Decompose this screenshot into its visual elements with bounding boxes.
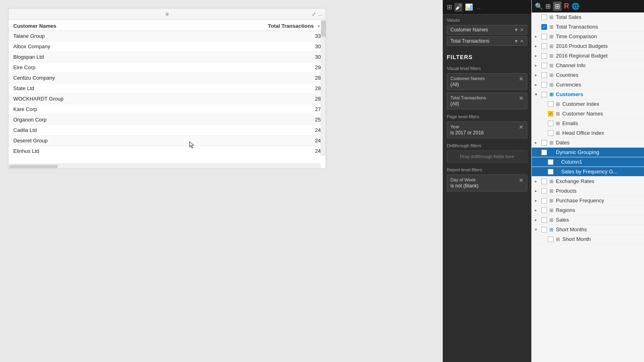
field-group-item[interactable]: ▸⊞Sales (532, 215, 644, 225)
checkbox[interactable] (541, 198, 547, 204)
vertical-scrollbar[interactable] (321, 20, 326, 156)
table-row[interactable]: Talane Group 33 (8, 31, 326, 41)
table-row[interactable]: Eire Corp 29 (8, 62, 326, 73)
customer-names-pill[interactable]: Customer Names ▼ ✕ (447, 25, 527, 35)
field-group-item[interactable]: ▸⊞2016 Product Budgets (532, 41, 644, 51)
customer-names-filter[interactable]: ✕ Customer Names (All) (447, 73, 527, 90)
field-group-item[interactable]: ▾⊞Short Months (532, 225, 644, 234)
checkbox[interactable] (541, 53, 547, 59)
panel-toolbar: ⊞ 🖌 📊 ... (443, 0, 531, 14)
checkbox[interactable] (541, 179, 547, 184)
total-transactions-filter-close[interactable]: ✕ (519, 95, 524, 101)
table-row[interactable]: State Ltd 28 (8, 83, 326, 94)
checkbox[interactable] (541, 140, 547, 146)
field-group-item[interactable]: ▸⊞Channel Info (532, 61, 644, 70)
checkbox[interactable] (548, 130, 553, 136)
field-group-item[interactable]: ▸⊞Products (532, 186, 644, 196)
checkbox[interactable] (548, 101, 553, 107)
page-filters-label: Page level filters (443, 112, 531, 121)
checkbox[interactable] (541, 208, 547, 213)
pill-close-icon[interactable]: ✕ (520, 27, 524, 33)
col-header-customer-names[interactable]: Customer Names (8, 20, 163, 31)
checkbox[interactable] (541, 63, 547, 68)
table-row[interactable]: Deseret Group 24 (8, 136, 326, 146)
total-transactions-pill[interactable]: Total Transactions ▼ ✕ (447, 36, 527, 46)
customer-names-filter-close[interactable]: ✕ (519, 76, 524, 82)
field-group-item[interactable]: ▸⊞Time Comparison (532, 32, 644, 41)
expand-icon: ▸ (535, 218, 540, 222)
checkbox[interactable] (548, 237, 553, 242)
checkbox[interactable] (541, 92, 547, 97)
field-group-item[interactable]: ΣSales by Frequency G... (532, 167, 644, 177)
field-group-item[interactable]: ▸⊞Purchase Frequency (532, 196, 644, 206)
fields-table-icon[interactable]: ⊞ (553, 2, 561, 11)
pill2-expand-icon[interactable]: ▼ (514, 39, 518, 44)
checkbox[interactable] (541, 227, 547, 232)
day-of-week-filter[interactable]: ✕ Day of Week is not (Blank) (447, 175, 527, 191)
field-group-item[interactable]: ✓⊞Total Transactions (532, 22, 644, 32)
field-group-item[interactable]: ▸⊞Currencies (532, 80, 644, 90)
widget-menu-icon[interactable]: ≡ (165, 11, 169, 17)
toolbar-format-icon[interactable]: 🖌 (454, 3, 462, 12)
table-row[interactable]: Blogspan Ltd 30 (8, 52, 326, 62)
table-row[interactable]: Albox Company 30 (8, 41, 326, 52)
field-group-item[interactable]: ⊞Head Office Index (532, 128, 644, 138)
field-group-item[interactable]: ▸⊞Regions (532, 206, 644, 215)
checkbox[interactable] (541, 72, 547, 78)
checkbox[interactable] (548, 159, 553, 165)
day-of-week-filter-close[interactable]: ✕ (519, 177, 524, 183)
more-options-icon[interactable]: ... (318, 11, 322, 17)
table-row[interactable]: Cadila Ltd 24 (8, 125, 326, 136)
checkbox[interactable] (541, 43, 547, 49)
checkbox[interactable] (548, 121, 553, 126)
table-row[interactable]: Elinhus Ltd 24 (8, 146, 326, 156)
day-of-week-filter-value: is not (Blank) (450, 183, 524, 189)
total-transactions-filter[interactable]: ✕ Total Transactions (All) (447, 93, 527, 109)
cell-customer-name: Eire Corp (8, 62, 163, 73)
table-header-row: Customer Names Total Transactions ▼ (8, 20, 326, 31)
sigma-icon: Σ (556, 159, 559, 165)
field-group-item[interactable]: ⊞Customer Index (532, 99, 644, 109)
checkbox[interactable] (541, 82, 547, 88)
checkbox[interactable] (541, 34, 547, 39)
year-filter[interactable]: ✕ Year is 2017 or 2016 (447, 121, 527, 138)
toolbar-analytics-icon[interactable]: 📊 (464, 2, 474, 12)
scrollbar-thumb-h[interactable] (9, 165, 58, 168)
checkbox[interactable] (541, 188, 547, 194)
col-header-total-transactions[interactable]: Total Transactions ▼ (163, 20, 326, 31)
scrollbar-thumb-v[interactable] (321, 21, 326, 37)
field-group-item[interactable]: ✓⊞Customer Names (532, 109, 644, 119)
field-label: 2016 Product Budgets (556, 43, 608, 49)
fields-globe-icon[interactable]: 🌐 (572, 2, 580, 10)
checkbox[interactable] (541, 217, 547, 223)
fields-search-icon[interactable]: 🔍 (535, 2, 543, 10)
field-group-item[interactable]: ⊞Total Sales (532, 12, 644, 22)
field-group-item[interactable]: ΣColumn1 (532, 157, 644, 167)
fields-filter-icon[interactable]: ⊞ (545, 2, 551, 10)
toolbar-visualizations-icon[interactable]: ⊞ (446, 2, 453, 12)
table-icon: ⊞ (549, 14, 553, 20)
horizontal-scrollbar[interactable] (8, 164, 321, 169)
fields-r-icon[interactable]: R (564, 2, 569, 10)
field-group-item[interactable]: ▸⊞Exchange Rates (532, 177, 644, 186)
field-group-item[interactable]: ▾⊞Dynamic Grouping (532, 148, 644, 157)
field-group-item[interactable]: ▸⊞2016 Regional Budget (532, 51, 644, 61)
field-group-item[interactable]: ⊞Short Month (532, 234, 644, 244)
checkbox[interactable]: ✓ (541, 24, 547, 30)
checkbox[interactable] (541, 150, 547, 155)
checkbox[interactable] (541, 14, 547, 20)
year-filter-close[interactable]: ✕ (519, 124, 524, 130)
table-row[interactable]: Organon Corp 25 (8, 115, 326, 125)
table-row[interactable]: Kare Corp 27 (8, 104, 326, 115)
checkbox[interactable]: ✓ (548, 111, 553, 117)
checkbox[interactable] (548, 169, 553, 175)
pill-expand-icon[interactable]: ▼ (514, 27, 518, 33)
table-row[interactable]: WOCKHARDT Group 28 (8, 94, 326, 104)
field-group-item[interactable]: ▸⊞Countries (532, 70, 644, 80)
pill2-close-icon[interactable]: ✕ (520, 39, 524, 44)
field-group-item[interactable]: ▾⊞Customers (532, 90, 644, 99)
field-group-item[interactable]: ⊞Emails (532, 119, 644, 128)
field-group-item[interactable]: ▸⊞Dates (532, 138, 644, 148)
table-row[interactable]: Centizu Company 28 (8, 73, 326, 83)
expand-icon[interactable]: ⤢ (312, 11, 316, 17)
